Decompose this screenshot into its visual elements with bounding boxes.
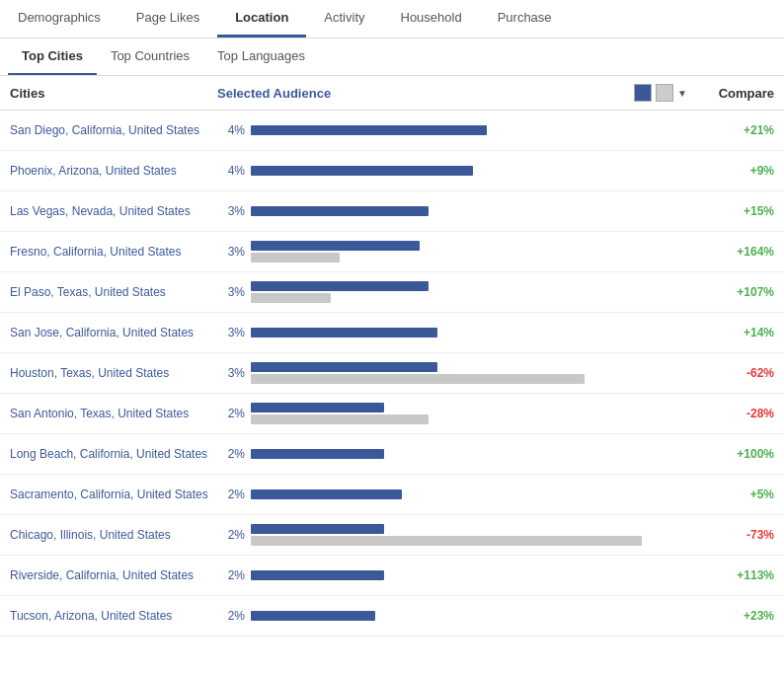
table-row: Chicago, Illinois, United States2%-73% [0,515,784,556]
col-cities-header: Cities [10,86,217,101]
gray-icon [656,84,673,102]
tab-household[interactable]: Household [383,0,480,38]
top-nav: DemographicsPage LikesLocationActivityHo… [0,0,784,38]
tab-demographics[interactable]: Demographics [0,0,118,38]
table-row: Houston, Texas, United States3%-62% [0,353,784,394]
table-row: Long Beach, California, United States2%+… [0,434,784,475]
bar-chart-cell [251,320,695,345]
city-name: Fresno, California, United States [10,244,217,261]
bar-selected [251,166,473,176]
city-name: San Antonio, Texas, United States [10,406,217,422]
city-name: Chicago, Illinois, United States [10,527,217,544]
tab-activity[interactable]: Activity [306,0,382,38]
table-row: San Jose, California, United States3%+14… [0,313,784,353]
bar-chart-cell [251,198,695,224]
compare-value: -62% [695,366,774,380]
bar-chart-cell [251,279,695,305]
bar-selected [251,125,487,135]
col-compare-header: Compare [695,86,774,101]
compare-value: +100% [695,447,774,461]
city-name: Houston, Texas, United States [10,365,217,382]
bar-selected [251,241,420,251]
table-row: Sacramento, California, United States2%+… [0,475,784,515]
bar-compare [251,293,331,303]
city-percent: 4% [217,164,245,178]
bar-selected [251,570,384,580]
compare-value: +21% [695,123,774,137]
compare-value: -28% [695,407,774,420]
blue-icon [634,84,652,102]
city-percent: 3% [217,326,245,339]
city-percent: 2% [217,568,245,582]
bar-chart-cell [251,482,695,507]
bar-selected [251,328,437,338]
city-percent: 2% [217,609,245,623]
city-name: Riverside, California, United States [10,567,217,584]
city-percent: 2% [217,528,245,542]
table-header: Cities Selected Audience ▼ Compare [0,76,784,111]
city-name: Tucson, Arizona, United States [10,608,217,625]
city-name: San Diego, California, United States [10,122,217,139]
compare-value: -73% [695,528,774,542]
bar-chart-cell [251,360,695,386]
city-percent: 3% [217,366,245,380]
compare-value: +164% [695,245,774,259]
data-rows: San Diego, California, United States4%+2… [0,111,784,637]
compare-value: +15% [695,204,774,218]
table-row: Riverside, California, United States2%+1… [0,556,784,596]
city-name: Las Vegas, Nevada, United States [10,203,217,220]
city-percent: 3% [217,285,245,299]
city-percent: 2% [217,447,245,461]
compare-value: +113% [695,568,774,582]
bar-chart-cell [251,158,695,184]
tab-location[interactable]: Location [217,0,306,38]
tab-page-likes[interactable]: Page Likes [118,0,217,38]
subtab-top-cities[interactable]: Top Cities [8,38,97,75]
bar-compare [251,374,585,384]
bar-selected [251,281,429,291]
bar-chart-cell [251,441,695,467]
bar-selected [251,611,375,621]
table-row: Tucson, Arizona, United States2%+23% [0,596,784,637]
bar-selected [251,489,402,499]
bar-selected [251,403,384,413]
bar-chart-cell [251,117,695,143]
tab-purchase[interactable]: Purchase [480,0,570,38]
bar-chart-cell [251,603,695,629]
city-percent: 2% [217,488,245,501]
bar-chart-cell [251,401,695,426]
city-name: Sacramento, California, United States [10,487,217,503]
table-row: San Antonio, Texas, United States2%-28% [0,394,784,434]
subtab-top-countries[interactable]: Top Countries [97,38,203,75]
city-percent: 3% [217,245,245,259]
bar-chart-cell [251,239,695,264]
bar-chart-cell [251,522,695,548]
col-selected-header: Selected Audience [217,86,634,101]
city-name: San Jose, California, United States [10,325,217,341]
table-row: San Diego, California, United States4%+2… [0,111,784,151]
table-row: El Paso, Texas, United States3%+107% [0,272,784,313]
compare-value: +107% [695,285,774,299]
bar-selected [251,524,384,534]
city-percent: 2% [217,407,245,420]
compare-value: +9% [695,164,774,178]
chevron-down-icon[interactable]: ▼ [677,88,687,99]
legend-icons: ▼ [634,84,687,102]
city-name: Long Beach, California, United States [10,446,217,463]
subtab-top-languages[interactable]: Top Languages [203,38,319,75]
city-percent: 4% [217,123,245,137]
compare-value: +23% [695,609,774,623]
bar-compare [251,253,340,263]
bar-selected [251,449,384,459]
bar-selected [251,362,437,372]
bar-selected [251,206,429,216]
bar-compare [251,536,642,546]
compare-value: +14% [695,326,774,339]
table-row: Las Vegas, Nevada, United States3%+15% [0,191,784,232]
bar-chart-cell [251,563,695,588]
sub-nav: Top CitiesTop CountriesTop Languages [0,38,784,76]
bar-compare [251,414,429,424]
city-name: Phoenix, Arizona, United States [10,163,217,180]
table-row: Phoenix, Arizona, United States4%+9% [0,151,784,191]
city-name: El Paso, Texas, United States [10,284,217,301]
